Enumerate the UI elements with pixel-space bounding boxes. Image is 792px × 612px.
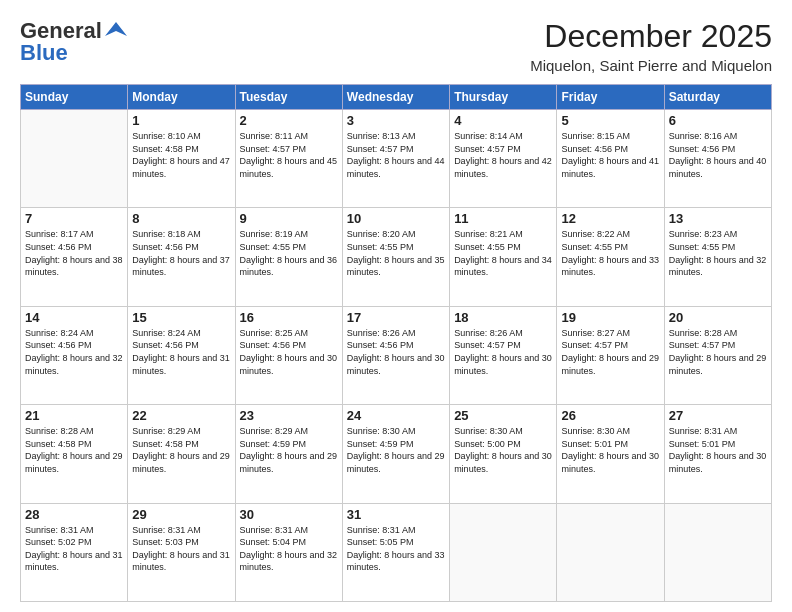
sunset-text: Sunset: 4:56 PM: [347, 340, 414, 350]
day-info: Sunrise: 8:15 AM Sunset: 4:56 PM Dayligh…: [561, 130, 659, 180]
daylight-text: Daylight: 8 hours and 30 minutes.: [561, 451, 659, 474]
day-info: Sunrise: 8:13 AM Sunset: 4:57 PM Dayligh…: [347, 130, 445, 180]
sunrise-text: Sunrise: 8:15 AM: [561, 131, 630, 141]
sunrise-text: Sunrise: 8:26 AM: [347, 328, 416, 338]
day-number: 21: [25, 408, 123, 423]
sunset-text: Sunset: 4:57 PM: [669, 340, 736, 350]
day-info: Sunrise: 8:25 AM Sunset: 4:56 PM Dayligh…: [240, 327, 338, 377]
logo-bird-icon: [105, 20, 127, 42]
day-info: Sunrise: 8:26 AM Sunset: 4:57 PM Dayligh…: [454, 327, 552, 377]
header-saturday: Saturday: [664, 85, 771, 110]
sunrise-text: Sunrise: 8:31 AM: [240, 525, 309, 535]
daylight-text: Daylight: 8 hours and 37 minutes.: [132, 255, 230, 278]
daylight-text: Daylight: 8 hours and 30 minutes.: [347, 353, 445, 376]
day-info: Sunrise: 8:22 AM Sunset: 4:55 PM Dayligh…: [561, 228, 659, 278]
sunrise-text: Sunrise: 8:22 AM: [561, 229, 630, 239]
day-info: Sunrise: 8:21 AM Sunset: 4:55 PM Dayligh…: [454, 228, 552, 278]
day-info: Sunrise: 8:30 AM Sunset: 5:00 PM Dayligh…: [454, 425, 552, 475]
daylight-text: Daylight: 8 hours and 41 minutes.: [561, 156, 659, 179]
sunset-text: Sunset: 5:05 PM: [347, 537, 414, 547]
day-info: Sunrise: 8:24 AM Sunset: 4:56 PM Dayligh…: [132, 327, 230, 377]
daylight-text: Daylight: 8 hours and 29 minutes.: [561, 353, 659, 376]
header-monday: Monday: [128, 85, 235, 110]
sunset-text: Sunset: 4:58 PM: [132, 144, 199, 154]
day-number: 5: [561, 113, 659, 128]
day-info: Sunrise: 8:19 AM Sunset: 4:55 PM Dayligh…: [240, 228, 338, 278]
day-info: Sunrise: 8:17 AM Sunset: 4:56 PM Dayligh…: [25, 228, 123, 278]
daylight-text: Daylight: 8 hours and 35 minutes.: [347, 255, 445, 278]
sunrise-text: Sunrise: 8:13 AM: [347, 131, 416, 141]
sunrise-text: Sunrise: 8:26 AM: [454, 328, 523, 338]
daylight-text: Daylight: 8 hours and 47 minutes.: [132, 156, 230, 179]
sunrise-text: Sunrise: 8:28 AM: [669, 328, 738, 338]
day-info: Sunrise: 8:31 AM Sunset: 5:05 PM Dayligh…: [347, 524, 445, 574]
table-row: 1 Sunrise: 8:10 AM Sunset: 4:58 PM Dayli…: [128, 110, 235, 208]
sunrise-text: Sunrise: 8:29 AM: [132, 426, 201, 436]
sunset-text: Sunset: 4:58 PM: [132, 439, 199, 449]
day-number: 16: [240, 310, 338, 325]
table-row: 29 Sunrise: 8:31 AM Sunset: 5:03 PM Dayl…: [128, 503, 235, 601]
day-info: Sunrise: 8:29 AM Sunset: 4:58 PM Dayligh…: [132, 425, 230, 475]
day-info: Sunrise: 8:24 AM Sunset: 4:56 PM Dayligh…: [25, 327, 123, 377]
daylight-text: Daylight: 8 hours and 30 minutes.: [454, 451, 552, 474]
calendar-week-row: 7 Sunrise: 8:17 AM Sunset: 4:56 PM Dayli…: [21, 208, 772, 306]
table-row: 3 Sunrise: 8:13 AM Sunset: 4:57 PM Dayli…: [342, 110, 449, 208]
day-info: Sunrise: 8:31 AM Sunset: 5:02 PM Dayligh…: [25, 524, 123, 574]
sunset-text: Sunset: 4:55 PM: [347, 242, 414, 252]
day-number: 6: [669, 113, 767, 128]
table-row: [21, 110, 128, 208]
day-info: Sunrise: 8:31 AM Sunset: 5:01 PM Dayligh…: [669, 425, 767, 475]
location-title: Miquelon, Saint Pierre and Miquelon: [530, 57, 772, 74]
page: General Blue December 2025 Miquelon, Sai…: [0, 0, 792, 612]
title-block: December 2025 Miquelon, Saint Pierre and…: [530, 18, 772, 74]
day-number: 10: [347, 211, 445, 226]
sunset-text: Sunset: 4:58 PM: [25, 439, 92, 449]
daylight-text: Daylight: 8 hours and 29 minutes.: [25, 451, 123, 474]
header-friday: Friday: [557, 85, 664, 110]
svg-marker-0: [105, 22, 127, 36]
sunset-text: Sunset: 5:01 PM: [669, 439, 736, 449]
sunrise-text: Sunrise: 8:21 AM: [454, 229, 523, 239]
sunrise-text: Sunrise: 8:10 AM: [132, 131, 201, 141]
sunrise-text: Sunrise: 8:29 AM: [240, 426, 309, 436]
table-row: 14 Sunrise: 8:24 AM Sunset: 4:56 PM Dayl…: [21, 306, 128, 404]
table-row: 28 Sunrise: 8:31 AM Sunset: 5:02 PM Dayl…: [21, 503, 128, 601]
header-sunday: Sunday: [21, 85, 128, 110]
calendar-week-row: 1 Sunrise: 8:10 AM Sunset: 4:58 PM Dayli…: [21, 110, 772, 208]
daylight-text: Daylight: 8 hours and 40 minutes.: [669, 156, 767, 179]
daylight-text: Daylight: 8 hours and 32 minutes.: [669, 255, 767, 278]
sunrise-text: Sunrise: 8:14 AM: [454, 131, 523, 141]
table-row: 26 Sunrise: 8:30 AM Sunset: 5:01 PM Dayl…: [557, 405, 664, 503]
sunset-text: Sunset: 4:56 PM: [240, 340, 307, 350]
table-row: 16 Sunrise: 8:25 AM Sunset: 4:56 PM Dayl…: [235, 306, 342, 404]
table-row: [664, 503, 771, 601]
daylight-text: Daylight: 8 hours and 32 minutes.: [240, 550, 338, 573]
daylight-text: Daylight: 8 hours and 32 minutes.: [25, 353, 123, 376]
table-row: 10 Sunrise: 8:20 AM Sunset: 4:55 PM Dayl…: [342, 208, 449, 306]
table-row: 8 Sunrise: 8:18 AM Sunset: 4:56 PM Dayli…: [128, 208, 235, 306]
sunrise-text: Sunrise: 8:30 AM: [561, 426, 630, 436]
sunset-text: Sunset: 4:59 PM: [240, 439, 307, 449]
sunset-text: Sunset: 5:00 PM: [454, 439, 521, 449]
day-info: Sunrise: 8:30 AM Sunset: 4:59 PM Dayligh…: [347, 425, 445, 475]
sunset-text: Sunset: 4:57 PM: [454, 340, 521, 350]
table-row: 15 Sunrise: 8:24 AM Sunset: 4:56 PM Dayl…: [128, 306, 235, 404]
daylight-text: Daylight: 8 hours and 31 minutes.: [132, 550, 230, 573]
sunrise-text: Sunrise: 8:31 AM: [132, 525, 201, 535]
day-number: 29: [132, 507, 230, 522]
daylight-text: Daylight: 8 hours and 29 minutes.: [132, 451, 230, 474]
sunrise-text: Sunrise: 8:23 AM: [669, 229, 738, 239]
daylight-text: Daylight: 8 hours and 29 minutes.: [669, 353, 767, 376]
table-row: 25 Sunrise: 8:30 AM Sunset: 5:00 PM Dayl…: [450, 405, 557, 503]
day-number: 18: [454, 310, 552, 325]
header: General Blue December 2025 Miquelon, Sai…: [20, 18, 772, 74]
table-row: 19 Sunrise: 8:27 AM Sunset: 4:57 PM Dayl…: [557, 306, 664, 404]
day-info: Sunrise: 8:10 AM Sunset: 4:58 PM Dayligh…: [132, 130, 230, 180]
daylight-text: Daylight: 8 hours and 34 minutes.: [454, 255, 552, 278]
sunrise-text: Sunrise: 8:19 AM: [240, 229, 309, 239]
sunset-text: Sunset: 4:56 PM: [132, 242, 199, 252]
sunset-text: Sunset: 4:56 PM: [561, 144, 628, 154]
sunrise-text: Sunrise: 8:24 AM: [25, 328, 94, 338]
day-number: 13: [669, 211, 767, 226]
day-number: 24: [347, 408, 445, 423]
